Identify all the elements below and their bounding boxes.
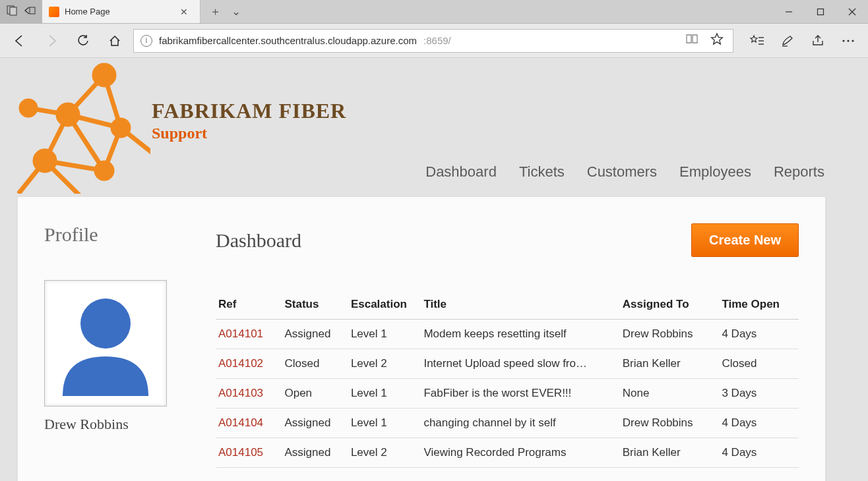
table-row[interactable]: A014105AssignedLevel 2Viewing Recorded P… [216,438,799,468]
reading-view-icon[interactable] [683,33,701,48]
cell-status: Closed [282,349,348,379]
page-viewport[interactable]: FABRIKAM FIBER Support Dashboard Tickets… [0,58,868,481]
cell-status: Assigned [282,409,348,438]
svg-rect-4 [818,9,824,14]
browser-tab[interactable]: Home Page ✕ [42,0,201,23]
tab-strip-system [0,0,42,23]
cell-ref[interactable]: A014105 [216,438,282,468]
window-controls [773,0,868,23]
browser-chrome: Home Page ✕ ＋ ⌄ [0,0,868,58]
brand-text: FABRIKAM FIBER Support [152,99,346,142]
minimize-button[interactable] [773,0,805,24]
primary-nav: Dashboard Tickets Customers Employees Re… [425,163,824,181]
brand-title: FABRIKAM FIBER [152,99,346,123]
nav-employees[interactable]: Employees [679,163,751,181]
nav-customers[interactable]: Customers [587,163,657,181]
cell-assigned: None [620,379,720,409]
cell-assigned: Drew Robbins [620,320,720,349]
th-time: Time Open [719,291,799,320]
svg-rect-1 [10,7,16,15]
tab-aside-icon[interactable] [7,5,17,18]
th-ref: Ref [216,291,282,320]
th-assigned: Assigned To [620,291,720,320]
table-row[interactable]: A014103OpenLevel 1FabFiber is the worst … [216,379,799,409]
table-header-row: Ref Status Escalation Title Assigned To … [216,291,799,320]
dashboard-heading: Dashboard [216,229,301,252]
notes-icon[interactable] [774,28,801,54]
tab-close-button[interactable]: ✕ [177,7,191,17]
home-button[interactable] [102,28,128,54]
cell-ref[interactable]: A014101 [216,320,282,349]
tab-title: Home Page [65,7,172,16]
url-input[interactable]: i fabrikamfibercallcenter.southcentralus… [133,29,733,53]
th-title: Title [421,291,619,320]
page-body: FABRIKAM FIBER Support Dashboard Tickets… [0,58,843,481]
favicon-icon [49,7,59,17]
cell-time: 3 Days [719,379,799,409]
forward-button[interactable] [38,28,65,54]
profile-panel: Profile Drew Robbins [44,223,189,433]
cell-ref[interactable]: A014104 [216,409,282,438]
svg-rect-2 [30,7,35,14]
site-header: FABRIKAM FIBER Support Dashboard Tickets… [0,58,843,196]
cell-status: Assigned [282,320,348,349]
create-new-button[interactable]: Create New [691,223,799,257]
cell-ref[interactable]: A014103 [216,379,282,409]
cell-title: FabFiber is the worst EVER!!! [421,379,619,409]
cell-time: 4 Days [719,409,799,438]
cell-title: Viewing Recorded Programs [421,438,619,468]
cell-title: Modem keeps resetting itself [421,320,619,349]
svg-point-13 [852,40,853,42]
tab-restore-icon[interactable] [24,6,36,18]
cell-time: Closed [719,349,799,379]
cell-escalation: Level 1 [348,379,421,409]
tab-menu-button[interactable]: ⌄ [232,5,241,18]
cell-time: 4 Days [719,320,799,349]
profile-name: Drew Robbins [44,416,189,433]
cell-assigned: Brian Keller [620,349,720,379]
cell-escalation: Level 1 [348,320,421,349]
more-menu-icon[interactable] [835,28,861,54]
table-row[interactable]: A014101AssignedLevel 1Modem keeps resett… [216,320,799,349]
url-port: :8659/ [423,35,451,46]
th-escalation: Escalation [348,291,421,320]
back-button[interactable] [7,28,33,54]
cell-status: Assigned [282,438,348,468]
refresh-button[interactable] [70,28,96,54]
cell-escalation: Level 2 [348,438,421,468]
maximize-button[interactable] [805,0,836,24]
favorite-star-icon[interactable] [708,32,726,49]
cell-title: Internet Upload speed slow fro… [421,349,619,379]
nav-reports[interactable]: Reports [774,163,824,181]
svg-point-30 [96,163,112,179]
svg-point-25 [94,65,114,85]
nav-tickets[interactable]: Tickets [519,163,565,181]
dashboard-panel: Dashboard Create New Ref Status E [216,223,799,468]
cell-assigned: Drew Robbins [620,409,720,438]
table-row[interactable]: A014104AssignedLevel 1changing channel b… [216,409,799,438]
share-icon[interactable] [805,28,831,54]
toolbar-right [739,28,861,54]
profile-heading: Profile [44,223,189,246]
cell-time: 4 Days [719,438,799,468]
cell-ref[interactable]: A014102 [216,349,282,379]
cell-status: Open [282,379,348,409]
close-window-button[interactable] [836,0,868,24]
tab-bar: Home Page ✕ ＋ ⌄ [0,0,868,24]
cell-assigned: Brian Keller [620,438,720,468]
svg-point-12 [847,40,849,42]
favorites-list-icon[interactable] [744,28,770,54]
svg-point-29 [35,151,55,171]
table-row[interactable]: A014102ClosedLevel 2Internet Upload spee… [216,349,799,379]
svg-point-28 [113,120,129,136]
brand-subtitle: Support [152,125,346,142]
svg-point-26 [58,105,78,125]
address-bar: i fabrikamfibercallcenter.southcentralus… [0,24,868,58]
new-tab-button[interactable]: ＋ [210,4,221,19]
cell-title: changing channel by it self [421,409,619,438]
site-info-icon[interactable]: i [140,35,152,47]
tab-actions: ＋ ⌄ [201,0,250,23]
svg-point-11 [842,40,844,42]
tickets-table: Ref Status Escalation Title Assigned To … [216,291,799,468]
nav-dashboard[interactable]: Dashboard [425,163,497,181]
